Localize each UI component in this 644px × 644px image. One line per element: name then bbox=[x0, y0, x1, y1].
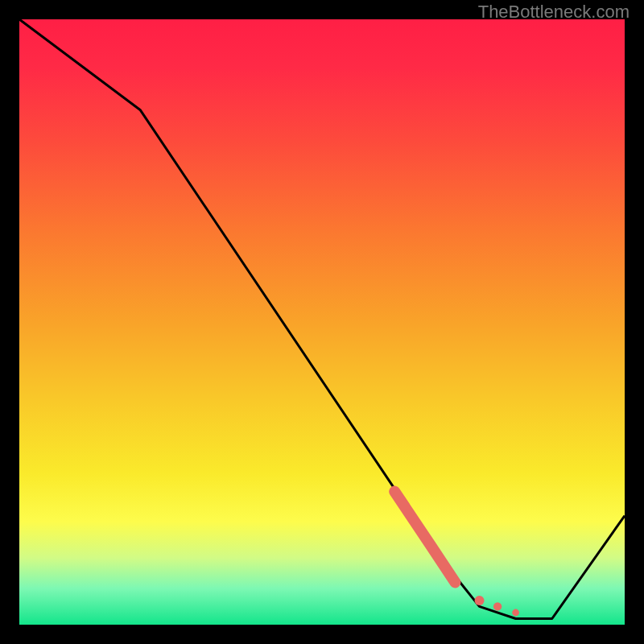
bottleneck-curve bbox=[19, 19, 625, 619]
highlight-segment bbox=[394, 492, 455, 583]
chart-svg bbox=[19, 19, 625, 625]
highlight-dot bbox=[493, 602, 502, 610]
watermark-text: TheBottleneck.com bbox=[478, 2, 630, 23]
highlight-dot bbox=[512, 609, 519, 617]
highlight-dot bbox=[475, 596, 485, 605]
